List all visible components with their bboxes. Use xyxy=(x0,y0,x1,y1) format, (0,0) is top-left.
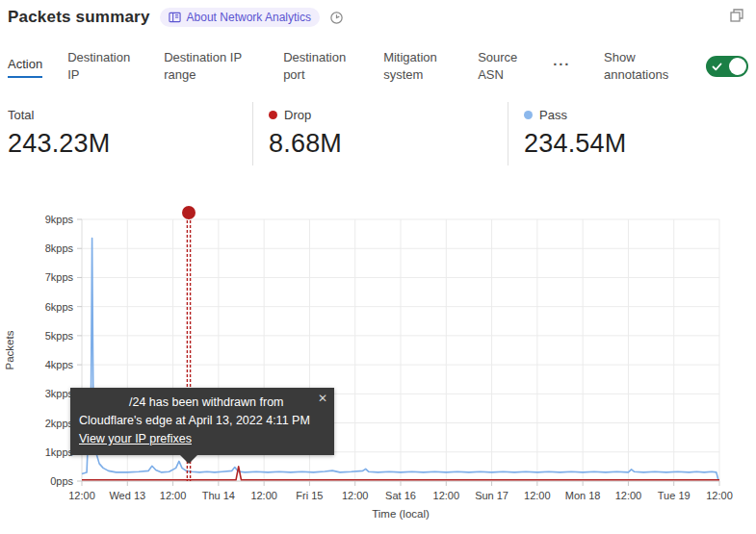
y-tick-label: 7kpps xyxy=(45,271,74,283)
y-tick-label: 6kpps xyxy=(45,301,74,313)
x-tick-label: Tue 19 xyxy=(658,490,691,501)
more-tabs-button[interactable]: ··· xyxy=(553,56,570,78)
book-icon xyxy=(169,12,181,23)
x-tick-label: 12:00 xyxy=(160,490,187,501)
x-tick-label: 12:00 xyxy=(68,490,95,501)
annotation-dot[interactable] xyxy=(182,206,196,219)
toggle-knob xyxy=(729,58,746,75)
tab-destination-port[interactable]: Destination port xyxy=(283,49,358,84)
show-annotations-label: Show annotations xyxy=(604,49,681,84)
tab-destination-ip-range[interactable]: Destination IP range xyxy=(164,49,258,84)
stat-label: Pass xyxy=(539,108,567,122)
header: Packets summary About Network Analytics xyxy=(8,8,717,27)
badge-label: About Network Analytics xyxy=(187,11,311,24)
y-axis-title: Packets xyxy=(4,330,15,369)
restore-window-icon[interactable] xyxy=(730,9,743,26)
time-range-icon[interactable] xyxy=(329,11,344,25)
y-tick-label: 4kpps xyxy=(45,359,74,370)
x-tick-label: 12:00 xyxy=(706,490,733,501)
tab-action[interactable]: Action xyxy=(8,56,42,78)
annotation-tooltip: ✕ /24 has been withdrawn from Cloudflare… xyxy=(70,388,334,455)
page-title: Packets summary xyxy=(8,8,150,27)
stat-drop: Drop8.68M xyxy=(252,102,508,165)
chart-axes: 0pps1kpps2kpps3kpps4kpps5kpps6kpps7kpps8… xyxy=(4,214,733,520)
x-tick-label: Wed 13 xyxy=(109,490,145,501)
y-tick-label: 5kpps xyxy=(45,330,74,342)
show-annotations-toggle[interactable] xyxy=(706,56,748,77)
x-tick-label: 12:00 xyxy=(342,490,369,501)
stat-value: 243.23M xyxy=(8,129,252,159)
x-axis-title: Time (local) xyxy=(372,508,430,520)
y-tick-label: 9kpps xyxy=(45,214,74,225)
x-tick-label: Sat 16 xyxy=(385,490,416,501)
stat-value: 234.54M xyxy=(524,129,756,159)
packets-chart: 0pps1kpps2kpps3kpps4kpps5kpps6kpps7kpps8… xyxy=(0,192,756,529)
stat-pass: Pass234.54M xyxy=(508,102,756,165)
tab-destination-ip[interactable]: Destination IP xyxy=(67,49,139,84)
x-tick-label: 12:00 xyxy=(433,490,460,501)
x-tick-label: Mon 18 xyxy=(565,490,601,501)
x-tick-label: 12:00 xyxy=(250,490,277,501)
tab-mitigation-system[interactable]: Mitigation system xyxy=(383,49,453,84)
x-tick-label: 12:00 xyxy=(615,490,642,501)
stats-row: Total243.23MDrop8.68MPass234.54M xyxy=(0,102,756,165)
tooltip-close-icon[interactable]: ✕ xyxy=(318,390,327,408)
x-tick-label: 12:00 xyxy=(524,490,551,501)
view-ip-prefixes-link[interactable]: View your IP prefixes xyxy=(79,432,192,445)
x-tick-label: Fri 15 xyxy=(296,490,323,501)
y-tick-label: 8kpps xyxy=(45,242,74,254)
tab-source-asn[interactable]: Source ASN xyxy=(478,49,528,84)
dimension-tabs: ActionDestination IPDestination IP range… xyxy=(8,42,748,90)
pass-legend-dot xyxy=(524,111,533,119)
x-tick-label: Sun 17 xyxy=(475,490,508,501)
x-tick-label: Thu 14 xyxy=(202,490,235,501)
stat-value: 8.68M xyxy=(269,129,508,159)
drop-legend-dot xyxy=(269,111,277,119)
y-tick-label: 0pps xyxy=(50,475,73,487)
stat-total: Total243.23M xyxy=(0,102,252,165)
tooltip-text-line1: /24 has been withdrawn from xyxy=(79,394,326,412)
stat-label: Drop xyxy=(284,108,311,122)
chart-canvas: 0pps1kpps2kpps3kpps4kpps5kpps6kpps7kpps8… xyxy=(0,192,756,529)
check-icon xyxy=(712,63,722,71)
tooltip-text-line2: Cloudflare's edge at April 13, 2022 4:11… xyxy=(79,412,326,430)
about-network-analytics-badge[interactable]: About Network Analytics xyxy=(160,8,320,27)
stat-label: Total xyxy=(8,108,34,122)
